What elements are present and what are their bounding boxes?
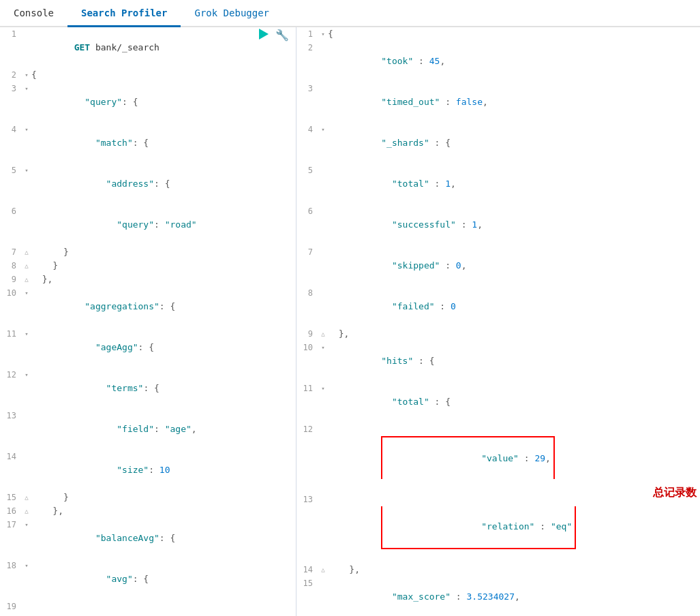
- line-content: "timed_out" : false,: [328, 82, 697, 123]
- r-code-line-6: 6 "successful" : 1,: [296, 204, 700, 245]
- r-code-line-5: 5 "total" : 1,: [296, 164, 700, 204]
- line-number: 7: [299, 245, 318, 259]
- line-content: "successful" : 1,: [328, 204, 697, 245]
- right-output-panel[interactable]: 1 ▾ { 2 "took" : 45, 3 "timed_out" : fal…: [296, 27, 700, 616]
- line-toggle[interactable]: ▾: [318, 341, 328, 354]
- tab-grok-debugger[interactable]: Grok Debugger: [181, 0, 283, 27]
- code-line-6: 6 "query": "road": [0, 204, 296, 245]
- play-icon: [259, 29, 269, 40]
- line-toggle[interactable]: ▾: [318, 123, 328, 136]
- code-line-14: 14 "size": 10: [0, 450, 296, 491]
- code-line-15: 15 △ }: [0, 491, 296, 504]
- line-content: "total" : {: [328, 382, 697, 422]
- line-content: "query": {: [31, 82, 293, 123]
- line-content: "took" : 45,: [328, 41, 697, 82]
- line-number: 4: [3, 123, 22, 136]
- line-toggle[interactable]: ▾: [318, 27, 328, 41]
- line-number: 5: [299, 164, 318, 177]
- line-content: "value" : 29,: [328, 422, 697, 493]
- r-code-line-12: 12 "value" : 29,: [296, 422, 700, 493]
- line-number: 3: [3, 82, 22, 95]
- line-content: "failed" : 0: [328, 286, 697, 327]
- line-number: 9: [3, 273, 22, 286]
- line-content: "total" : 1,: [328, 164, 697, 204]
- line-number: 8: [299, 286, 318, 300]
- r-code-line-9: 9 △ },: [296, 327, 700, 341]
- line-content: "aggregations": {: [31, 286, 293, 327]
- line-number: 14: [299, 563, 318, 576]
- main-container: 1 GET bank/_search 🔧 2 ▾ { 3 ▾ "query": …: [0, 27, 700, 616]
- line-content: "field": "age",: [31, 409, 293, 450]
- code-line-5: 5 ▾ "address": {: [0, 164, 296, 204]
- line-toggle[interactable]: △: [22, 273, 31, 286]
- line-content: "match": {: [31, 123, 293, 164]
- code-line-1: 1 GET bank/_search 🔧: [0, 27, 296, 68]
- console-tab-label: Console: [14, 7, 54, 18]
- line-content: },: [31, 504, 293, 518]
- line-toggle[interactable]: ▾: [22, 559, 31, 572]
- line-toggle[interactable]: ▾: [22, 286, 31, 300]
- line-toggle[interactable]: ▾: [22, 68, 31, 82]
- r-code-line-3: 3 "timed_out" : false,: [296, 82, 700, 123]
- line-toggle[interactable]: △: [22, 245, 31, 259]
- line-content: "hits" : {: [328, 341, 697, 382]
- line-number: 2: [3, 68, 22, 82]
- code-line-4: 4 ▾ "match": {: [0, 123, 296, 164]
- wrench-icon: 🔧: [275, 29, 289, 41]
- code-line-2: 2 ▾ {: [0, 68, 296, 82]
- left-editor-panel[interactable]: 1 GET bank/_search 🔧 2 ▾ { 3 ▾ "query": …: [0, 27, 296, 616]
- line-content: },: [328, 563, 697, 576]
- grok-debugger-tab-label: Grok Debugger: [194, 7, 269, 18]
- line-toggle[interactable]: ▾: [22, 164, 31, 177]
- line-content: "size": 10: [31, 450, 293, 491]
- line-toggle[interactable]: △: [22, 259, 31, 273]
- line-number: 13: [3, 409, 22, 422]
- line-toggle[interactable]: △: [22, 504, 31, 518]
- line-toggle[interactable]: △: [318, 563, 328, 576]
- tab-console[interactable]: Console: [0, 0, 67, 27]
- line-number: 16: [3, 504, 22, 518]
- line-content: "skipped" : 0,: [328, 245, 697, 286]
- line-toggle[interactable]: ▾: [22, 518, 31, 532]
- r-code-line-2: 2 "took" : 45,: [296, 41, 700, 82]
- line-number: 7: [3, 245, 22, 259]
- line-number: 19: [3, 600, 22, 613]
- line-number: 5: [3, 164, 22, 177]
- r-code-line-1: 1 ▾ {: [296, 27, 700, 41]
- r-code-line-8: 8 "failed" : 0: [296, 286, 700, 327]
- line-content: {: [328, 27, 697, 41]
- code-line-11: 11 ▾ "ageAgg": {: [0, 327, 296, 368]
- line-toggle[interactable]: ▾: [22, 123, 31, 136]
- line-content: "_shards" : {: [328, 123, 697, 164]
- wrench-button[interactable]: 🔧: [271, 27, 293, 43]
- code-line-18: 18 ▾ "avg": {: [0, 559, 296, 600]
- line-content: "field": "balance": [31, 600, 293, 616]
- line-content: "ageAgg": {: [31, 327, 293, 368]
- line-toggle[interactable]: ▾: [22, 368, 31, 382]
- run-button[interactable]: [256, 27, 271, 43]
- line-number: 6: [3, 204, 22, 218]
- code-line-16: 16 △ },: [0, 504, 296, 518]
- line-content: },: [328, 327, 697, 341]
- line-number: 11: [299, 382, 318, 395]
- tab-search-profiler[interactable]: Search Profiler: [67, 0, 181, 27]
- line-content: "terms": {: [31, 368, 293, 409]
- code-line-8: 8 △ }: [0, 259, 296, 273]
- line-toggle[interactable]: △: [318, 327, 328, 341]
- line-number: 8: [3, 259, 22, 273]
- line-number: 4: [299, 123, 318, 136]
- line-toggle[interactable]: △: [22, 491, 31, 504]
- line-number: 10: [3, 286, 22, 300]
- line-toggle[interactable]: ▾: [318, 382, 328, 395]
- r-code-line-13: 13 "relation" : "eq": [296, 493, 700, 563]
- code-line-10: 10 ▾ "aggregations": {: [0, 286, 296, 327]
- line-content: "max_score" : 3.5234027,: [328, 576, 697, 616]
- line-content: "query": "road": [31, 204, 293, 245]
- line-toggle[interactable]: ▾: [22, 82, 31, 95]
- code-line-7: 7 △ }: [0, 245, 296, 259]
- line-content: }: [31, 245, 293, 259]
- line-content: GET bank/_search: [31, 27, 251, 68]
- line-content: "avg": {: [31, 559, 293, 600]
- code-line-3: 3 ▾ "query": {: [0, 82, 296, 123]
- line-toggle[interactable]: ▾: [22, 327, 31, 341]
